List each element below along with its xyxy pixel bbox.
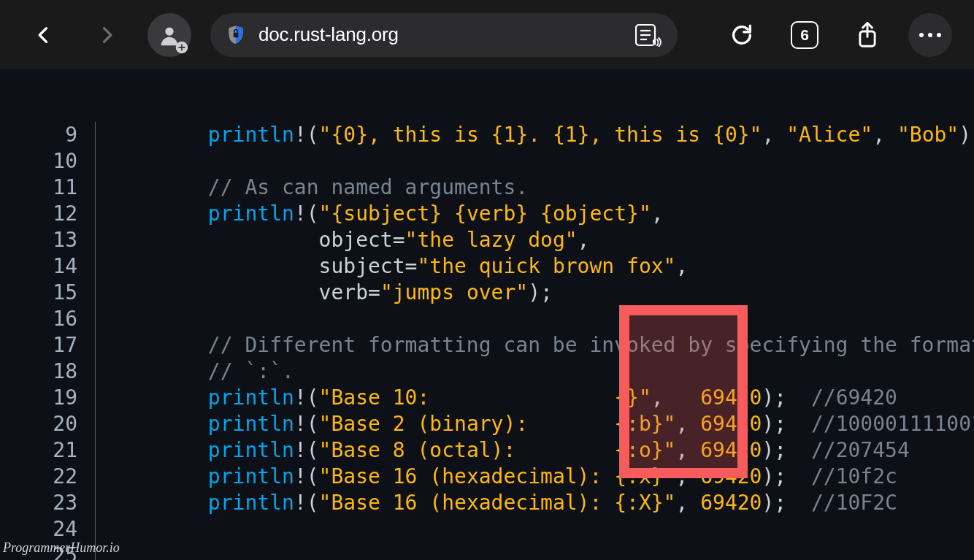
code-source: println!("Base 16 (hexadecimal): {:X}", … [102, 490, 974, 516]
line-number: 23 [0, 490, 95, 516]
code-viewer[interactable]: 9 println!("{0}, this is {1}. {1}, this … [0, 69, 974, 560]
code-line: 9 println!("{0}, this is {1}. {1}, this … [0, 122, 974, 148]
code-source: println!("Base 8 (octal): {:o}", 69420);… [102, 437, 974, 464]
code-source: println!("Base 10: {}", 69420); //69420 [102, 385, 974, 411]
code-source: println!("{subject} {verb} {object}", [102, 201, 974, 227]
line-number: 16 [0, 306, 95, 332]
reader-audio-icon[interactable] [635, 23, 662, 47]
plus-badge-icon [175, 41, 188, 54]
code-source: object="the lazy dog", [102, 227, 974, 253]
code-line: 25 [0, 542, 974, 560]
line-number: 21 [0, 437, 95, 464]
code-line: 15 verb="jumps over"); [0, 280, 974, 306]
forward-button[interactable] [85, 13, 129, 57]
svg-rect-2 [234, 32, 238, 37]
chevron-left-icon [34, 25, 54, 45]
line-number: 22 [0, 464, 95, 490]
code-line: 18 // `:`. [0, 358, 974, 385]
code-line: 23 println!("Base 16 (hexadecimal): {:X}… [0, 490, 974, 516]
code-line: 10 [0, 148, 974, 174]
code-line: 14 subject="the quick brown fox", [0, 253, 974, 280]
code-source [102, 516, 974, 542]
url-text: doc.rust-lang.org [258, 23, 399, 46]
chevron-right-icon [96, 25, 117, 45]
svg-point-9 [928, 33, 932, 37]
url-bar[interactable]: doc.rust-lang.org [210, 13, 678, 57]
code-source: println!("Base 2 (binary): {:b}", 69420)… [102, 411, 974, 437]
code-source: println!("Base 16 (hexadecimal): {:x}", … [102, 464, 974, 490]
code-source: // `:`. [102, 358, 974, 385]
svg-point-0 [165, 27, 173, 35]
code-source [102, 542, 974, 560]
code-source: verb="jumps over"); [102, 280, 974, 306]
reload-icon [729, 23, 754, 47]
code-line: 13 object="the lazy dog", [0, 227, 974, 253]
reload-button[interactable] [720, 13, 764, 57]
line-number: 19 [0, 385, 95, 411]
tab-count: 6 [791, 21, 818, 49]
line-number: 18 [0, 358, 95, 385]
code-source [102, 148, 974, 174]
line-number: 17 [0, 332, 95, 358]
line-number: 9 [0, 122, 95, 148]
code-line: 16 [0, 306, 974, 332]
code-source: subject="the quick brown fox", [102, 253, 974, 280]
code-source: // Different formatting can be invoked b… [102, 332, 974, 358]
line-number: 13 [0, 227, 95, 253]
code-line: 22 println!("Base 16 (hexadecimal): {:x}… [0, 464, 974, 490]
code-line: 11 // As can named arguments. [0, 174, 974, 201]
back-button[interactable] [22, 13, 66, 57]
line-number: 10 [0, 148, 95, 174]
code-line: 24 [0, 516, 974, 542]
line-number: 24 [0, 516, 95, 542]
code-line: 20 println!("Base 2 (binary): {:b}", 694… [0, 411, 974, 437]
line-number: 20 [0, 411, 95, 437]
line-number: 12 [0, 201, 95, 227]
line-number: 15 [0, 280, 95, 306]
watermark: ProgrammerHumor.io [3, 540, 120, 556]
ellipsis-icon [917, 31, 943, 39]
svg-point-8 [919, 33, 924, 37]
line-number: 11 [0, 174, 95, 201]
browser-toolbar: doc.rust-lang.org 6 [0, 0, 974, 69]
code-source [102, 306, 974, 332]
menu-button[interactable] [908, 13, 952, 57]
code-line: 12 println!("{subject} {verb} {object}", [0, 201, 974, 227]
privacy-shield-icon [226, 24, 245, 46]
code-line: 17 // Different formatting can be invoke… [0, 332, 974, 358]
code-line: 21 println!("Base 8 (octal): {:o}", 6942… [0, 437, 974, 464]
share-icon [856, 21, 879, 49]
code-source: // As can named arguments. [102, 174, 974, 201]
tabs-button[interactable]: 6 [783, 13, 827, 57]
share-button[interactable] [845, 13, 889, 57]
line-number: 14 [0, 253, 95, 280]
code-line: 19 println!("Base 10: {}", 69420); //694… [0, 385, 974, 411]
profile-button[interactable] [147, 13, 191, 57]
code-source: println!("{0}, this is {1}. {1}, this is… [102, 122, 974, 148]
svg-point-10 [937, 33, 941, 37]
